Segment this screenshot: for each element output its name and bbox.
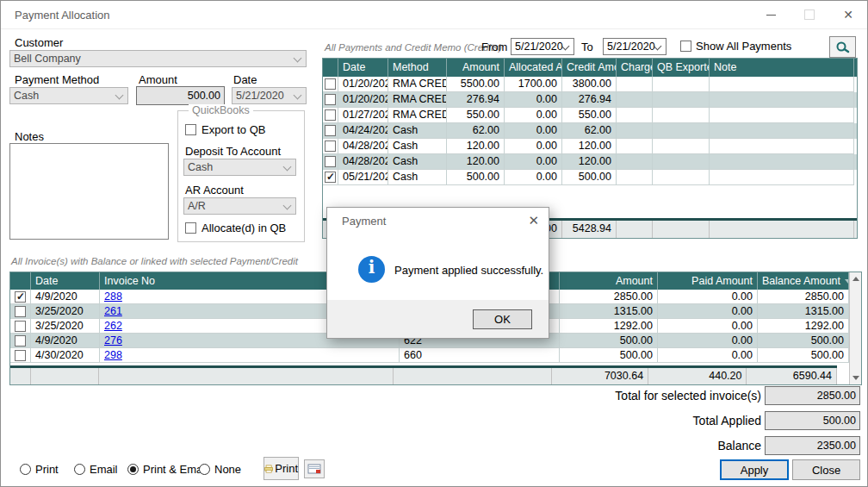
select-cell[interactable]	[323, 139, 338, 154]
to-date-value: 5/21/2020	[607, 41, 655, 53]
select-cell[interactable]	[10, 334, 31, 348]
deposit-account-combo[interactable]: Cash	[183, 159, 296, 176]
notes-textarea[interactable]	[9, 143, 169, 240]
payment-row: 01/27/2020RMA CREDI..550.000.00550.00	[323, 108, 857, 123]
export-to-qb-checkbox[interactable]	[185, 124, 196, 135]
chevron-down-icon	[115, 91, 124, 100]
radio-none[interactable]	[199, 464, 210, 475]
customer-combo[interactable]: Bell Company	[9, 50, 307, 67]
column-header[interactable]: Paid Amount	[658, 272, 758, 290]
close-button[interactable]: ✕	[834, 4, 862, 25]
row-checkbox[interactable]	[15, 306, 26, 317]
amount-cell: 1315.00	[560, 304, 658, 319]
row-checkbox[interactable]	[325, 78, 336, 90]
select-cell[interactable]	[323, 108, 338, 123]
invoice-number-link[interactable]: 276	[104, 334, 122, 347]
select-cell[interactable]	[323, 123, 338, 139]
date-combo[interactable]: 5/21/2020	[232, 87, 307, 104]
payment-cell: RMA CREDI..	[388, 108, 447, 123]
maximize-button[interactable]	[796, 4, 823, 25]
minimize-button[interactable]	[757, 4, 784, 25]
allocated-in-qb-checkbox[interactable]	[185, 222, 196, 234]
radio-label: Email	[90, 463, 118, 476]
column-header[interactable]: QB Exported	[653, 59, 710, 77]
column-header[interactable]: Note	[710, 59, 854, 77]
row-checkbox[interactable]	[325, 172, 336, 183]
column-header[interactable]: Amount	[447, 59, 505, 77]
invoice-number-link[interactable]: 261	[104, 305, 122, 317]
row-checkbox[interactable]	[15, 291, 26, 303]
payment-cell: 276.94	[562, 92, 617, 108]
print-button-label: Print	[275, 462, 298, 475]
paid-amount-cell: 0.00	[658, 290, 758, 304]
select-cell[interactable]	[10, 290, 31, 304]
invoice-number-link[interactable]: 262	[104, 320, 122, 332]
select-cell[interactable]	[10, 304, 31, 319]
balance-amount-cell: 1292.00	[758, 319, 849, 334]
select-cell[interactable]	[10, 319, 31, 334]
payment-cell: 500.00	[447, 170, 505, 185]
row-checkbox[interactable]	[15, 335, 26, 347]
header-select	[10, 272, 31, 290]
row-checkbox[interactable]	[325, 125, 336, 136]
column-header[interactable]: Balance Amount	[758, 272, 849, 290]
dialog-close-button[interactable]: ✕	[528, 213, 539, 228]
radio-email[interactable]	[74, 464, 85, 475]
apply-button[interactable]: Apply	[720, 459, 789, 480]
column-header[interactable]: Date	[31, 272, 100, 290]
payment-cell: 0.00	[505, 154, 562, 170]
ar-account-value: A/R	[188, 200, 206, 212]
ar-account-combo[interactable]: A/R	[183, 197, 296, 215]
close-dialog-button[interactable]: Close	[792, 459, 860, 480]
payment-cell: 1700.00	[505, 77, 562, 92]
radio-print[interactable]	[20, 464, 31, 475]
select-cell[interactable]	[323, 77, 338, 92]
column-header[interactable]: Allocated A..	[505, 59, 562, 77]
column-header[interactable]: Method	[388, 59, 447, 77]
payment-method-combo[interactable]: Cash	[9, 87, 128, 104]
invoice-no-cell: 298	[100, 348, 400, 363]
invoice-date-cell: 3/25/2020	[31, 304, 100, 319]
arrow-down-icon	[852, 376, 859, 380]
to-date-combo[interactable]: 5/21/2020	[603, 38, 666, 55]
column-header[interactable]: Charged	[617, 59, 653, 77]
invoice-number-link[interactable]: 298	[104, 349, 122, 361]
chevron-down-icon	[294, 54, 302, 63]
select-cell[interactable]	[323, 92, 338, 108]
date-label: Date	[233, 73, 257, 86]
column-header[interactable]: Amount	[560, 272, 658, 290]
email-button[interactable]	[304, 459, 325, 478]
invoice-date-cell: 3/25/2020	[31, 319, 100, 334]
select-cell[interactable]	[323, 170, 338, 185]
printer-icon	[264, 463, 273, 475]
balance-amount-cell: 2850.00	[758, 290, 849, 304]
ok-button[interactable]: OK	[473, 309, 532, 329]
payment-cell: 120.00	[447, 139, 505, 154]
scroll-up-button[interactable]	[850, 272, 861, 285]
row-checkbox[interactable]	[15, 350, 26, 361]
invoices-scrollbar[interactable]	[849, 272, 861, 384]
radio-print-email[interactable]	[127, 464, 139, 475]
row-checkbox[interactable]	[325, 94, 336, 105]
amount-field[interactable]: 500.00	[136, 86, 225, 105]
select-cell[interactable]	[10, 348, 31, 363]
row-checkbox[interactable]	[325, 109, 336, 121]
payment-allocation-window: Payment Allocation ✕ Customer Bell Compa…	[0, 0, 868, 487]
amount-label: Amount	[139, 73, 177, 86]
payment-cell: 0.00	[505, 139, 562, 154]
payment-cell: 04/24/2020	[338, 123, 388, 139]
select-cell[interactable]	[323, 154, 338, 170]
date-value: 5/21/2020	[236, 90, 284, 102]
row-checkbox[interactable]	[325, 156, 336, 167]
scroll-down-button[interactable]	[850, 371, 861, 384]
print-button[interactable]: Print	[264, 457, 299, 480]
from-date-combo[interactable]: 5/21/2020	[511, 38, 574, 55]
column-header[interactable]: Date	[338, 59, 388, 77]
row-checkbox[interactable]	[15, 321, 26, 332]
column-header[interactable]: Credit Amount	[562, 59, 617, 77]
total-selected-label: Total for selected invoice(s)	[535, 389, 761, 403]
search-payments-button[interactable]	[829, 36, 856, 58]
invoice-number-link[interactable]: 288	[104, 290, 122, 303]
row-checkbox[interactable]	[325, 140, 336, 152]
show-all-payments-checkbox[interactable]	[680, 41, 691, 52]
